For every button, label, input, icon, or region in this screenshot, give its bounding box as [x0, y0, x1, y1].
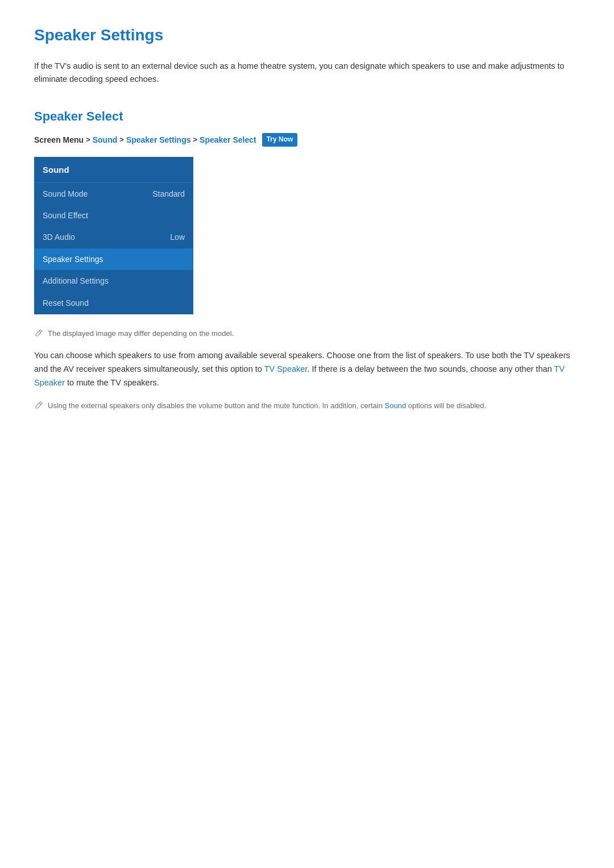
menu-header: Sound — [35, 157, 193, 183]
intro-text: If the TV's audio is sent to an external… — [34, 60, 580, 86]
section-title: Speaker Select — [34, 106, 580, 126]
menu-item-reset-sound[interactable]: Reset Sound — [35, 292, 193, 314]
menu-item-sound-effect-label: Sound Effect — [43, 209, 88, 222]
menu-item-reset-sound-label: Reset Sound — [43, 297, 89, 309]
menu-item-additional-settings[interactable]: Additional Settings — [35, 270, 193, 292]
breadcrumb-screen-menu: Screen Menu — [34, 134, 84, 146]
breadcrumb-speaker-select[interactable]: Speaker Select — [200, 134, 256, 146]
note2-text: Using the external speakers only disable… — [48, 400, 486, 412]
menu-item-additional-settings-label: Additional Settings — [43, 275, 109, 287]
menu-item-sound-effect[interactable]: Sound Effect — [35, 205, 193, 226]
menu-item-sound-mode-value: Standard — [152, 188, 185, 200]
tv-speaker-link-1[interactable]: TV Speaker — [264, 364, 308, 373]
breadcrumb-speaker-settings[interactable]: Speaker Settings — [126, 134, 191, 146]
menu-item-3d-audio-label: 3D Audio — [43, 231, 75, 243]
menu-item-3d-audio-value: Low — [170, 231, 185, 243]
breadcrumb-sep3: > — [193, 134, 197, 146]
note1-row: The displayed image may differ depending… — [34, 328, 580, 339]
pencil-icon — [34, 329, 43, 338]
menu-item-sound-mode[interactable]: Sound Mode Standard — [35, 183, 193, 205]
breadcrumb-sep2: > — [119, 134, 124, 146]
breadcrumb: Screen Menu > Sound > Speaker Settings >… — [34, 133, 580, 146]
note1-text: The displayed image may differ depending… — [48, 328, 234, 339]
pencil-icon-2 — [34, 401, 43, 410]
menu-box: Sound Sound Mode Standard Sound Effect 3… — [34, 157, 193, 314]
note2-row: Using the external speakers only disable… — [34, 400, 580, 412]
body-text: You can choose which speakers to use fro… — [34, 349, 580, 390]
try-now-badge[interactable]: Try Now — [262, 133, 298, 146]
page-title: Speaker Settings — [34, 23, 580, 48]
menu-item-sound-mode-label: Sound Mode — [43, 188, 88, 200]
sound-link[interactable]: Sound — [385, 401, 406, 410]
menu-item-3d-audio[interactable]: 3D Audio Low — [35, 226, 193, 248]
breadcrumb-sound[interactable]: Sound — [93, 134, 118, 146]
menu-item-speaker-settings[interactable]: Speaker Settings — [35, 248, 193, 270]
breadcrumb-sep1: > — [86, 134, 90, 146]
menu-item-speaker-settings-label: Speaker Settings — [43, 253, 103, 265]
